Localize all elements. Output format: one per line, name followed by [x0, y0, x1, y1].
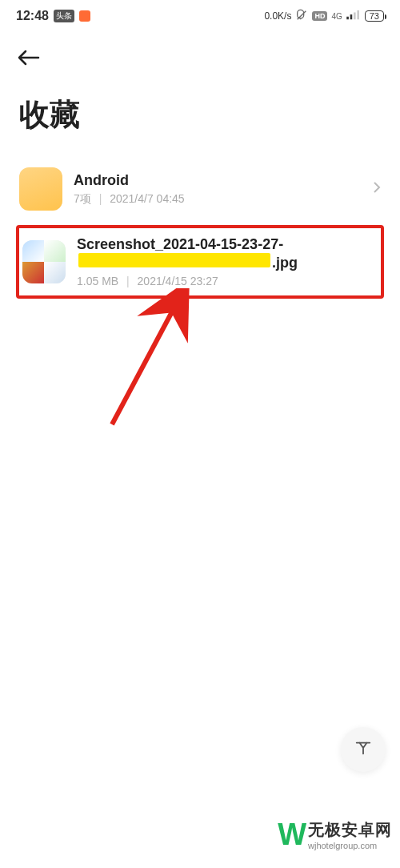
meta-separator: | — [126, 275, 130, 287]
list-item-folder-android[interactable]: Android 7项 | 2021/4/7 04:45 — [16, 159, 384, 219]
watermark-url: wjhotelgroup.com — [308, 841, 392, 850]
svg-line-4 — [112, 304, 176, 424]
list-item-screenshot[interactable]: Screenshot_2021-04-15-23-27- .jpg 1.05 M… — [21, 233, 379, 291]
page-title: 收藏 — [0, 78, 400, 159]
filter-button[interactable] — [341, 727, 386, 772]
item-date: 2021/4/15 23:27 — [138, 275, 218, 287]
status-app-badge-mi — [79, 10, 90, 22]
item-name-row: Screenshot_2021-04-15-23-27- .jpg — [77, 236, 378, 271]
status-app-badge-toutiao: 头条 — [54, 10, 74, 22]
chevron-right-icon — [373, 181, 381, 197]
item-body: Screenshot_2021-04-15-23-27- .jpg 1.05 M… — [77, 236, 378, 287]
folder-icon — [19, 167, 62, 211]
svg-rect-3 — [357, 10, 359, 18]
item-name-prefix: Screenshot_2021-04-15-23-27- — [77, 236, 283, 253]
status-bar: 12:48 头条 0.0K/s HD 4G 73 — [0, 0, 400, 32]
item-name: Android — [74, 172, 373, 189]
item-size: 1.05 MB — [77, 275, 118, 287]
status-network-type: 4G — [331, 12, 342, 21]
status-right: 0.0K/s HD 4G 73 — [264, 9, 384, 24]
item-count: 7项 — [74, 192, 91, 205]
watermark: W 无极安卓网 wjhotelgroup.com — [278, 818, 392, 852]
battery-icon: 73 — [365, 10, 384, 22]
item-meta: 7项 | 2021/4/7 04:45 — [74, 192, 373, 207]
redacted-text — [78, 253, 270, 267]
item-name-suffix: .jpg — [272, 255, 298, 271]
filter-icon — [354, 739, 372, 760]
status-left: 12:48 头条 — [16, 9, 90, 23]
meta-separator: | — [99, 192, 102, 205]
svg-rect-2 — [354, 12, 356, 19]
signal-icon — [346, 10, 361, 23]
status-time: 12:48 — [16, 9, 49, 23]
annotation-highlight-box: Screenshot_2021-04-15-23-27- .jpg 1.05 M… — [16, 225, 384, 299]
back-icon[interactable] — [16, 56, 40, 70]
watermark-title: 无极安卓网 — [308, 819, 392, 841]
svg-rect-0 — [346, 16, 349, 19]
annotation-arrow-icon — [88, 288, 200, 432]
status-net-speed: 0.0K/s — [264, 10, 291, 22]
item-meta: 1.05 MB | 2021/4/15 23:27 — [77, 275, 378, 287]
watermark-logo: W — [278, 818, 302, 852]
status-hd-badge: HD — [312, 11, 327, 21]
watermark-text: 无极安卓网 wjhotelgroup.com — [308, 819, 392, 850]
image-thumbnail-icon — [22, 240, 66, 283]
nav-bar — [0, 32, 400, 78]
item-date: 2021/4/7 04:45 — [110, 192, 184, 205]
item-body: Android 7项 | 2021/4/7 04:45 — [74, 172, 373, 207]
favorites-list: Android 7项 | 2021/4/7 04:45 Screenshot_2… — [0, 159, 400, 299]
mute-icon — [295, 9, 308, 24]
svg-rect-1 — [350, 14, 352, 19]
